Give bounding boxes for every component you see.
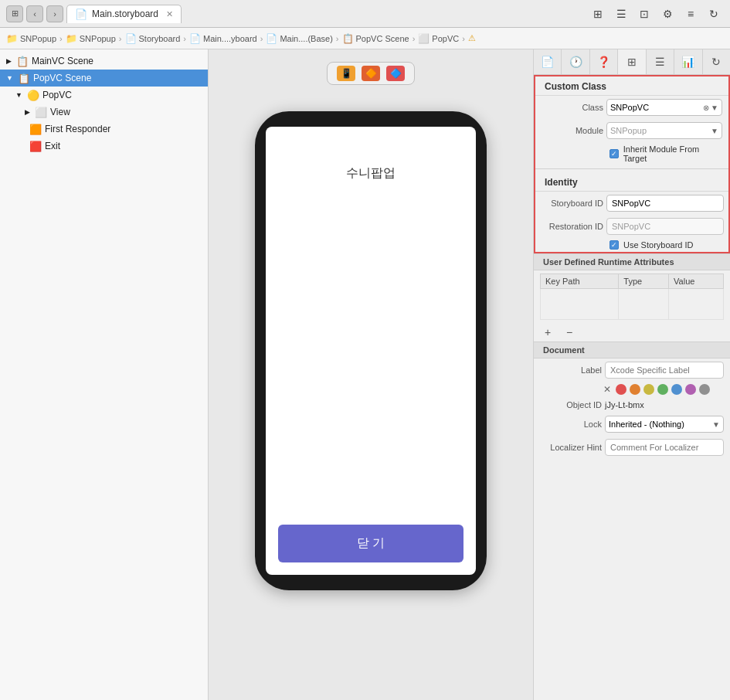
- bc-sep-3: ›: [183, 34, 186, 43]
- nav-controls: ⊞ ‹ ›: [6, 5, 63, 22]
- phone-screen: 수니팝업 닫 기: [266, 127, 476, 575]
- bc-main-base[interactable]: 📄 Main....(Base): [266, 33, 332, 44]
- restoration-id-input[interactable]: [606, 218, 724, 235]
- panel-tab-identity[interactable]: ⊞: [618, 49, 646, 74]
- color-dots-row: ✕: [534, 382, 730, 397]
- bc-scene-icon: 📋: [342, 33, 354, 44]
- color-dot-blue[interactable]: [671, 384, 682, 395]
- toolbar-menu-icon[interactable]: ☰: [611, 4, 631, 24]
- breadcrumb: 📁 SNPopup › 📁 SNPopup › 📄 Storyboard › 📄…: [0, 28, 730, 49]
- class-dropdown-icon[interactable]: ▼: [711, 104, 718, 112]
- module-dropdown-icon[interactable]: ▼: [711, 127, 718, 135]
- sidebar-item-first-responder[interactable]: 🟧 First Responder: [0, 121, 208, 138]
- bc-scene-label: PopVC Scene: [356, 34, 409, 43]
- sidebar-item-view[interactable]: ▶ ⬜ View: [0, 104, 208, 121]
- label-row: Label: [534, 358, 730, 382]
- module-select[interactable]: SNPopup ▼: [606, 122, 722, 139]
- main-layout: ▶ 📋 MainVC Scene ▼ 📋 PopVC Scene ▼ 🟡 Pop…: [0, 49, 730, 700]
- bc-storyboard[interactable]: 📄 Storyboard: [125, 33, 181, 44]
- inherit-module-checkbox[interactable]: ✓: [609, 149, 619, 158]
- bc-popvc[interactable]: ⬜ PopVC: [418, 33, 459, 44]
- sidebar-item-popvc[interactable]: ▼ 🟡 PopVC: [0, 87, 208, 104]
- chevron-down-icon: ▼: [6, 74, 13, 82]
- localizer-hint-input[interactable]: [605, 439, 724, 456]
- class-row: Class SNPopVC ⊗ ▼: [535, 96, 728, 119]
- bc-sep-2: ›: [119, 34, 122, 43]
- object-id-label: Object ID: [540, 400, 602, 409]
- bc-base-icon: 📄: [266, 33, 277, 44]
- highlight-section: Custom Class Class SNPopVC ⊗ ▼ Module SN…: [534, 75, 730, 253]
- popvc-label: PopVC: [42, 90, 72, 100]
- device-btn-2[interactable]: 🔶: [362, 66, 380, 81]
- sidebar-toggle[interactable]: ⊞: [6, 5, 23, 22]
- toolbar-inspector-icon[interactable]: ⚙: [657, 4, 677, 24]
- toolbar-run-icon[interactable]: ↻: [704, 4, 724, 24]
- bc-popvc-scene[interactable]: 📋 PopVC Scene: [342, 33, 409, 44]
- bc-warning[interactable]: ⚠: [468, 33, 476, 43]
- toolbar-debug-icon[interactable]: ≡: [681, 4, 701, 24]
- color-dot-purple[interactable]: [685, 384, 696, 395]
- sidebar-item-mainvc-scene[interactable]: ▶ 📋 MainVC Scene: [0, 53, 208, 70]
- color-dot-red[interactable]: [616, 384, 626, 395]
- device-btn-3[interactable]: 🔷: [386, 66, 405, 81]
- panel-tab-connections[interactable]: ↻: [703, 49, 730, 74]
- chevron-right-icon: ▶: [6, 57, 12, 65]
- bc-snpopup-2[interactable]: 📁 SNPopup: [66, 33, 116, 44]
- sidebar-item-exit[interactable]: 🟥 Exit: [0, 138, 208, 155]
- lock-row: Lock Inherited - (Nothing) ▼: [534, 413, 730, 436]
- doc-label-input[interactable]: [605, 362, 724, 379]
- toolbar-layout-icon[interactable]: ⊡: [634, 4, 654, 24]
- col-key-path: Key Path: [541, 274, 619, 289]
- panel-tab-attributes[interactable]: ☰: [647, 49, 674, 74]
- attr-table: Key Path Type Value: [540, 274, 724, 320]
- class-select[interactable]: SNPopVC ⊗ ▼: [606, 99, 722, 116]
- panel-tab-file[interactable]: 📄: [534, 49, 562, 74]
- chevron-down-icon-2: ▼: [15, 91, 22, 99]
- main-storyboard-tab[interactable]: 📄 Main.storyboard ✕: [66, 5, 182, 23]
- color-dot-green[interactable]: [657, 384, 668, 395]
- storyboard-id-row: Storyboard ID: [535, 192, 728, 215]
- lock-dropdown-icon: ▼: [712, 420, 720, 429]
- color-x-btn[interactable]: ✕: [603, 384, 611, 395]
- add-attr-button[interactable]: +: [540, 325, 555, 340]
- object-id-value: jJy-Lt-bmx: [605, 400, 644, 409]
- class-label: Class: [542, 103, 603, 112]
- bc-folder-icon: 📁: [6, 33, 18, 44]
- col-type: Type: [619, 274, 669, 289]
- phone-mockup: 수니팝업 닫 기: [255, 111, 487, 590]
- use-storyboard-checkbox[interactable]: ✓: [609, 240, 619, 250]
- nav-back[interactable]: ‹: [26, 5, 43, 22]
- color-dot-orange[interactable]: [630, 384, 640, 395]
- panel-tab-history[interactable]: 🕐: [562, 49, 589, 74]
- color-dot-gray[interactable]: [699, 384, 710, 395]
- canvas-area[interactable]: 📱 🔶 🔷 수니팝업 닫 기: [209, 49, 533, 700]
- device-btn-1[interactable]: 📱: [337, 66, 355, 81]
- remove-attr-button[interactable]: −: [562, 325, 577, 340]
- top-bar: ⊞ ‹ › 📄 Main.storyboard ✕ ⊞ ☰ ⊡ ⚙ ≡ ↻: [0, 0, 730, 28]
- warning-icon: ⚠: [468, 33, 476, 43]
- bc-main-storyboard[interactable]: 📄 Main....yboard: [189, 33, 257, 44]
- bc-sep-1: ›: [59, 34, 63, 43]
- nav-forward[interactable]: ›: [46, 5, 63, 22]
- sidebar-item-popvc-scene[interactable]: ▼ 📋 PopVC Scene: [0, 70, 208, 87]
- restoration-id-label: Restoration ID: [542, 222, 603, 231]
- tab-label: Main.storyboard: [92, 8, 158, 19]
- lock-select[interactable]: Inherited - (Nothing) ▼: [605, 416, 724, 433]
- panel-tab-help[interactable]: ❓: [590, 49, 618, 74]
- doc-label-label: Label: [540, 365, 602, 375]
- panel-tab-size[interactable]: 📊: [674, 49, 702, 74]
- lock-label: Lock: [540, 420, 602, 429]
- class-clear-icon[interactable]: ⊗: [703, 104, 709, 112]
- view-icon: ⬜: [35, 107, 47, 118]
- identity-title: Identity: [535, 172, 728, 192]
- close-button[interactable]: 닫 기: [278, 525, 463, 562]
- first-responder-icon: 🟧: [29, 124, 42, 135]
- inherit-module-row: ✓ Inherit Module From Target: [535, 142, 728, 165]
- bc-snpopup-1[interactable]: 📁 SNPopup: [6, 33, 56, 44]
- toolbar-grid-icon[interactable]: ⊞: [588, 4, 608, 24]
- storyboard-id-label: Storyboard ID: [542, 199, 603, 208]
- color-dot-yellow[interactable]: [643, 384, 654, 395]
- storyboard-id-input[interactable]: [606, 195, 724, 212]
- mainvc-scene-label: MainVC Scene: [32, 56, 93, 66]
- tab-close-icon[interactable]: ✕: [166, 9, 173, 19]
